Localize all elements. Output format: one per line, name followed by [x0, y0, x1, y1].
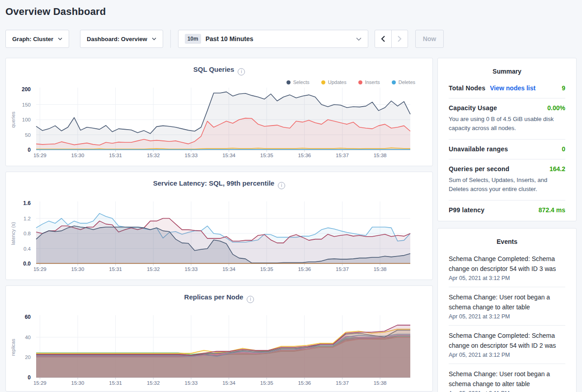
chart-title: Service Latency: SQL, 99th percentilei — [6, 179, 432, 189]
info-icon[interactable]: i — [247, 296, 254, 303]
legend-label: Deletes — [399, 79, 415, 85]
time-back-button[interactable] — [375, 30, 391, 47]
svg-text:15:29: 15:29 — [33, 380, 47, 386]
info-icon[interactable]: i — [278, 182, 285, 189]
svg-text:15:35: 15:35 — [260, 266, 273, 272]
summary-label: Total Nodes — [449, 84, 485, 92]
summary-row: Capacity Usage0.00%You are using 0 B of … — [449, 98, 565, 140]
event-item: Schema Change Completed: Schema change o… — [449, 249, 565, 287]
legend-dot-icon — [321, 80, 325, 84]
svg-text:15:33: 15:33 — [185, 266, 198, 272]
toolbar: Graph: Cluster Dashboard: Overview 10m P… — [5, 30, 577, 48]
legend-item[interactable]: Updates — [321, 79, 347, 85]
page-title: Overview Dashboard — [5, 6, 577, 18]
svg-text:15:29: 15:29 — [33, 266, 47, 272]
time-forward-button[interactable] — [391, 30, 408, 47]
svg-text:15:38: 15:38 — [374, 266, 387, 272]
svg-text:queries: queries — [10, 111, 16, 128]
svg-text:15:32: 15:32 — [147, 153, 160, 158]
svg-text:15:32: 15:32 — [147, 266, 160, 272]
toolbar-divider — [170, 30, 171, 48]
summary-subtext: Sum of Selects, Updates, Inserts, and De… — [449, 176, 565, 194]
svg-text:15:30: 15:30 — [71, 153, 84, 158]
service-latency-chart-card: Service Latency: SQL, 99th percentilei 1… — [5, 172, 433, 280]
svg-text:15:37: 15:37 — [336, 266, 349, 272]
svg-text:15:37: 15:37 — [336, 380, 349, 386]
chart-legend: SelectsUpdatesInsertsDeletes — [286, 79, 415, 85]
svg-text:15:36: 15:36 — [298, 266, 311, 272]
sql-queries-chart[interactable]: 15:2915:3015:3115:3215:3315:3415:3515:36… — [6, 86, 432, 161]
svg-text:1.2: 1.2 — [23, 216, 31, 221]
event-timestamp: Apr 05, 2021 at 3:12 PM — [449, 352, 565, 358]
svg-text:0.0: 0.0 — [23, 261, 31, 267]
legend-label: Updates — [328, 79, 347, 85]
svg-text:15:30: 15:30 — [71, 380, 84, 386]
summary-value: 164.2 — [549, 165, 565, 173]
chart-title: Replicas per Nodei — [6, 293, 432, 303]
nodes-list-link[interactable]: View nodes list — [490, 84, 535, 92]
now-button[interactable]: Now — [415, 30, 444, 48]
svg-text:50: 50 — [25, 132, 31, 138]
summary-subtext: You are using 0 B of 4.5 GiB usable disk… — [449, 115, 565, 133]
summary-row: Queries per second164.2Sum of Selects, U… — [449, 159, 565, 201]
legend-label: Inserts — [365, 79, 380, 85]
time-range-picker[interactable]: 10m Past 10 Minutes — [178, 30, 368, 48]
svg-text:40: 40 — [25, 335, 31, 340]
dashboard-dropdown[interactable]: Dashboard: Overview — [80, 30, 163, 48]
event-text: Schema Change Completed: Schema change o… — [449, 331, 565, 350]
summary-value: 9 — [562, 84, 565, 92]
graph-dropdown-label: Graph: Cluster — [12, 36, 53, 42]
chevron-down-icon — [58, 37, 62, 40]
chevron-down-icon — [152, 37, 156, 40]
legend-item[interactable]: Inserts — [358, 79, 380, 85]
summary-row-top: Queries per second164.2 — [449, 165, 565, 173]
summary-row: Total NodesView nodes list9 — [449, 79, 565, 98]
charts-column: SQL Queriesi SelectsUpdatesInsertsDelete… — [5, 58, 433, 392]
svg-text:15:34: 15:34 — [222, 266, 235, 272]
sql-queries-chart-card: SQL Queriesi SelectsUpdatesInsertsDelete… — [5, 58, 433, 166]
summary-value: 872.4 ms — [539, 206, 565, 214]
time-nav-group — [375, 30, 408, 48]
event-text: Schema Change: User root began a schema … — [449, 292, 565, 312]
summary-value: 0.00% — [547, 104, 565, 112]
time-range-label: Past 10 Minutes — [206, 35, 352, 42]
page-header: Overview Dashboard — [0, 0, 582, 18]
svg-text:0.4: 0.4 — [23, 246, 31, 252]
svg-text:20: 20 — [25, 355, 31, 360]
summary-label: Capacity Usage — [449, 104, 497, 112]
summary-panel: Summary Total NodesView nodes list9Capac… — [437, 58, 577, 221]
svg-text:1.6: 1.6 — [23, 200, 31, 206]
svg-text:15:33: 15:33 — [185, 153, 198, 158]
svg-text:15:31: 15:31 — [109, 380, 122, 386]
summary-rows: Total NodesView nodes list9Capacity Usag… — [449, 79, 565, 220]
info-icon[interactable]: i — [238, 68, 245, 75]
summary-row: Unavailable ranges0 — [449, 140, 565, 159]
replicas-per-node-chart[interactable]: 15:2915:3015:3115:3215:3315:3415:3515:36… — [6, 313, 432, 388]
legend-dot-icon — [358, 80, 362, 84]
chart-title: SQL Queriesi — [6, 65, 432, 75]
svg-text:15:31: 15:31 — [109, 153, 122, 158]
time-range-badge: 10m — [185, 34, 201, 44]
svg-text:15:36: 15:36 — [298, 380, 311, 386]
svg-text:100: 100 — [22, 117, 31, 122]
legend-label: Selects — [293, 79, 310, 85]
summary-row-top: Capacity Usage0.00% — [449, 104, 565, 112]
legend-dot-icon — [392, 80, 396, 84]
summary-label: Unavailable ranges — [449, 145, 508, 153]
chevron-down-icon — [356, 37, 361, 41]
legend-item[interactable]: Selects — [286, 79, 310, 85]
chevron-right-icon — [398, 36, 402, 42]
svg-text:15:35: 15:35 — [260, 380, 273, 386]
svg-text:15:31: 15:31 — [109, 266, 122, 272]
graph-dropdown[interactable]: Graph: Cluster — [5, 30, 69, 48]
service-latency-chart[interactable]: 15:2915:3015:3115:3215:3315:3415:3515:36… — [6, 200, 432, 275]
event-timestamp: Apr 05, 2021 at 3:11 PM — [449, 390, 565, 392]
legend-item[interactable]: Deletes — [392, 79, 415, 85]
summary-label: Queries per second — [449, 165, 509, 173]
event-text: Schema Change: User root began a schema … — [449, 369, 565, 389]
events-panel: Events Schema Change Completed: Schema c… — [437, 228, 577, 392]
event-item: Schema Change Completed: Schema change o… — [449, 326, 565, 364]
svg-text:15:29: 15:29 — [33, 153, 47, 158]
svg-text:60: 60 — [25, 314, 31, 320]
event-item: Schema Change: User root began a schema … — [449, 287, 565, 326]
